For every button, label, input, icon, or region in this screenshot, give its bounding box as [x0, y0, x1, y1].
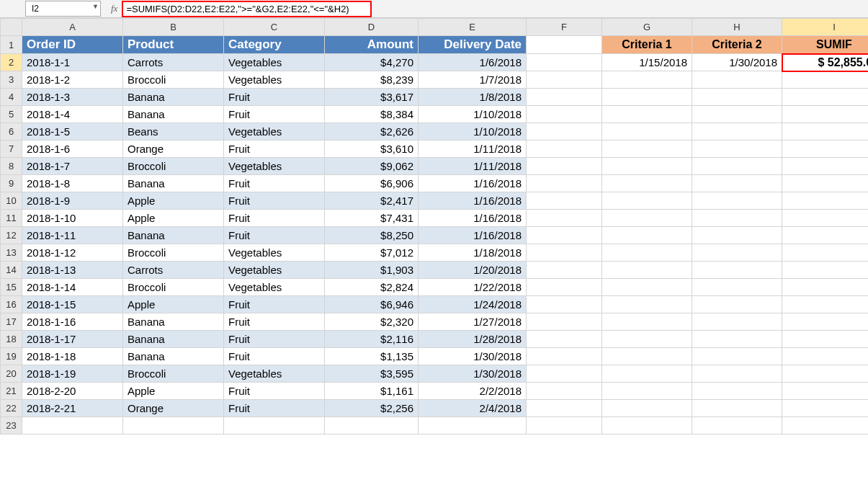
- cell-H13[interactable]: [692, 244, 782, 262]
- cell-F13[interactable]: [527, 244, 602, 262]
- cell-A17[interactable]: 2018-1-16: [22, 313, 123, 331]
- cell-F22[interactable]: [527, 400, 602, 417]
- cell-B7[interactable]: Orange: [123, 141, 224, 158]
- cell-A8[interactable]: 2018-1-7: [22, 158, 123, 175]
- cell-A14[interactable]: 2018-1-13: [22, 262, 123, 279]
- cell-B18[interactable]: Banana: [123, 331, 224, 348]
- row-header-1[interactable]: 1: [1, 36, 22, 54]
- cell-B23[interactable]: [123, 417, 224, 434]
- cell-D17[interactable]: $2,320: [325, 313, 419, 331]
- cell-G22[interactable]: [602, 400, 692, 417]
- cell-F9[interactable]: [527, 175, 602, 192]
- column-header-I[interactable]: I: [782, 19, 869, 36]
- cell-D8[interactable]: $9,062: [325, 158, 419, 175]
- cell-G1[interactable]: Criteria 1: [602, 36, 692, 54]
- cell-F23[interactable]: [527, 417, 602, 434]
- cell-H21[interactable]: [692, 383, 782, 400]
- cell-E7[interactable]: 1/11/2018: [419, 141, 527, 158]
- column-header-G[interactable]: G: [602, 19, 692, 36]
- cell-I16[interactable]: [782, 296, 869, 313]
- cell-I7[interactable]: [782, 141, 869, 158]
- cell-H2[interactable]: 1/30/2018: [692, 54, 782, 71]
- cell-A5[interactable]: 2018-1-4: [22, 106, 123, 123]
- cell-I21[interactable]: [782, 383, 869, 400]
- row-header-23[interactable]: 23: [1, 417, 22, 434]
- cell-C1[interactable]: Category: [224, 36, 325, 54]
- cell-F10[interactable]: [527, 192, 602, 210]
- row-header-17[interactable]: 17: [1, 313, 22, 331]
- cell-B1[interactable]: Product: [123, 36, 224, 54]
- cell-I6[interactable]: [782, 123, 869, 141]
- cell-F16[interactable]: [527, 296, 602, 313]
- cell-H23[interactable]: [692, 417, 782, 434]
- name-box-dropdown-icon[interactable]: ▼: [92, 3, 99, 10]
- cell-E19[interactable]: 1/30/2018: [419, 348, 527, 365]
- cell-C19[interactable]: Fruit: [224, 348, 325, 365]
- cell-G4[interactable]: [602, 89, 692, 106]
- cell-E15[interactable]: 1/22/2018: [419, 279, 527, 296]
- cell-I12[interactable]: [782, 227, 869, 244]
- cell-B19[interactable]: Banana: [123, 348, 224, 365]
- cell-A11[interactable]: 2018-1-10: [22, 210, 123, 227]
- cell-E3[interactable]: 1/7/2018: [419, 71, 527, 89]
- row-header-21[interactable]: 21: [1, 383, 22, 400]
- cell-B11[interactable]: Apple: [123, 210, 224, 227]
- row-header-7[interactable]: 7: [1, 141, 22, 158]
- cell-D12[interactable]: $8,250: [325, 227, 419, 244]
- cell-I22[interactable]: [782, 400, 869, 417]
- cell-D10[interactable]: $2,417: [325, 192, 419, 210]
- cell-F19[interactable]: [527, 348, 602, 365]
- cell-G3[interactable]: [602, 71, 692, 89]
- cell-A22[interactable]: 2018-2-21: [22, 400, 123, 417]
- cell-C20[interactable]: Vegetables: [224, 365, 325, 383]
- cell-E10[interactable]: 1/16/2018: [419, 192, 527, 210]
- cell-I20[interactable]: [782, 365, 869, 383]
- column-header-B[interactable]: B: [123, 19, 224, 36]
- cell-G15[interactable]: [602, 279, 692, 296]
- cell-B15[interactable]: Broccoli: [123, 279, 224, 296]
- cell-A16[interactable]: 2018-1-15: [22, 296, 123, 313]
- cell-H9[interactable]: [692, 175, 782, 192]
- cell-B14[interactable]: Carrots: [123, 262, 224, 279]
- cell-D19[interactable]: $1,135: [325, 348, 419, 365]
- cell-A12[interactable]: 2018-1-11: [22, 227, 123, 244]
- cell-B5[interactable]: Banana: [123, 106, 224, 123]
- cell-D11[interactable]: $7,431: [325, 210, 419, 227]
- row-header-14[interactable]: 14: [1, 262, 22, 279]
- cell-C21[interactable]: Fruit: [224, 383, 325, 400]
- name-box[interactable]: I2 ▼: [25, 1, 101, 17]
- cell-I1[interactable]: SUMIF: [782, 36, 869, 54]
- cell-D22[interactable]: $2,256: [325, 400, 419, 417]
- cell-I19[interactable]: [782, 348, 869, 365]
- cell-I11[interactable]: [782, 210, 869, 227]
- cell-A15[interactable]: 2018-1-14: [22, 279, 123, 296]
- row-header-6[interactable]: 6: [1, 123, 22, 141]
- row-header-2[interactable]: 2: [1, 54, 22, 71]
- cell-D2[interactable]: $4,270: [325, 54, 419, 71]
- cell-I18[interactable]: [782, 331, 869, 348]
- cell-B2[interactable]: Carrots: [123, 54, 224, 71]
- cell-I23[interactable]: [782, 417, 869, 434]
- cell-E18[interactable]: 1/28/2018: [419, 331, 527, 348]
- cell-C9[interactable]: Fruit: [224, 175, 325, 192]
- cell-H16[interactable]: [692, 296, 782, 313]
- cell-E16[interactable]: 1/24/2018: [419, 296, 527, 313]
- row-header-13[interactable]: 13: [1, 244, 22, 262]
- cell-C16[interactable]: Fruit: [224, 296, 325, 313]
- cell-C15[interactable]: Vegetables: [224, 279, 325, 296]
- cell-A1[interactable]: Order ID: [22, 36, 123, 54]
- cell-C12[interactable]: Fruit: [224, 227, 325, 244]
- row-header-19[interactable]: 19: [1, 348, 22, 365]
- cell-C7[interactable]: Fruit: [224, 141, 325, 158]
- cell-F1[interactable]: [527, 36, 602, 54]
- row-header-12[interactable]: 12: [1, 227, 22, 244]
- cell-H3[interactable]: [692, 71, 782, 89]
- cell-C13[interactable]: Vegetables: [224, 244, 325, 262]
- cell-B10[interactable]: Apple: [123, 192, 224, 210]
- cell-G11[interactable]: [602, 210, 692, 227]
- cell-A13[interactable]: 2018-1-12: [22, 244, 123, 262]
- cell-E21[interactable]: 2/2/2018: [419, 383, 527, 400]
- cell-F18[interactable]: [527, 331, 602, 348]
- cell-D3[interactable]: $8,239: [325, 71, 419, 89]
- row-header-8[interactable]: 8: [1, 158, 22, 175]
